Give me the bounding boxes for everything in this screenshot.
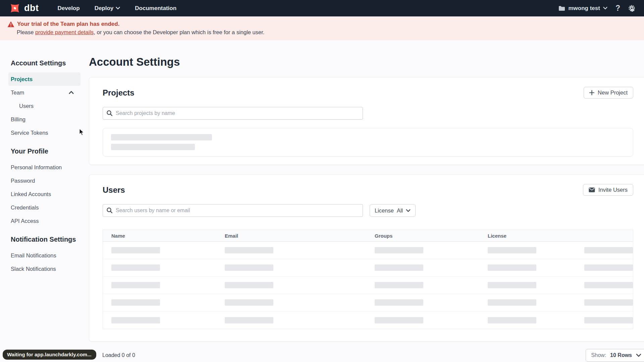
skeleton-bar xyxy=(488,317,536,323)
table-row-skeleton xyxy=(103,277,633,294)
sidebar-item-billing[interactable]: Billing xyxy=(8,113,80,126)
skeleton-bar xyxy=(488,247,536,253)
sidebar-item-team[interactable]: Team xyxy=(8,86,80,99)
sidebar-header-account-settings: Account Settings xyxy=(8,59,80,67)
account-name: mwong test xyxy=(568,5,600,12)
table-row-skeleton xyxy=(103,242,633,259)
envelope-icon xyxy=(589,187,595,192)
skeleton-bar xyxy=(111,134,212,140)
folder-icon xyxy=(558,6,565,11)
table-row-skeleton xyxy=(103,259,633,277)
skeleton-bar xyxy=(584,299,633,306)
skeleton-bar xyxy=(584,282,633,288)
users-table: Name Email Groups License xyxy=(103,230,633,329)
plus-icon xyxy=(589,90,594,95)
skeleton-bar xyxy=(111,317,160,323)
page-title: Account Settings xyxy=(89,56,644,68)
search-icon xyxy=(106,110,113,118)
browser-status-tooltip: Waiting for app.launchdarkly.com... xyxy=(3,350,96,360)
invite-users-button[interactable]: Invite Users xyxy=(583,184,633,196)
projects-section-title: Projects xyxy=(103,88,135,98)
sidebar-header-your-profile: Your Profile xyxy=(8,147,80,155)
main-content: Account Settings Projects New Project xyxy=(89,40,644,361)
skeleton-bar xyxy=(225,317,273,323)
chevron-down-icon xyxy=(636,354,641,357)
sidebar-header-notification-settings: Notification Settings xyxy=(8,236,80,243)
sidebar-item-service-tokens[interactable]: Service Tokens xyxy=(8,126,80,139)
skeleton-bar xyxy=(375,282,423,288)
skeleton-bar xyxy=(375,317,423,323)
chevron-down-icon xyxy=(116,7,120,10)
column-header-groups: Groups xyxy=(366,230,479,241)
table-row-skeleton xyxy=(103,311,633,329)
sidebar-item-linked-accounts[interactable]: Linked Accounts xyxy=(8,187,80,201)
skeleton-bar xyxy=(584,317,633,323)
skeleton-bar xyxy=(111,144,195,150)
nav-develop[interactable]: Develop xyxy=(57,5,79,12)
nav-links: Develop Deploy Documentation xyxy=(57,5,176,12)
new-project-button[interactable]: New Project xyxy=(584,87,633,99)
users-table-header: Name Email Groups License xyxy=(103,230,633,242)
skeleton-bar xyxy=(111,299,160,306)
gear-icon[interactable] xyxy=(628,5,635,12)
loaded-count: Loaded 0 of 0 xyxy=(102,352,135,358)
license-filter-dropdown[interactable]: License All xyxy=(370,204,416,217)
help-icon[interactable]: ? xyxy=(615,4,620,13)
sidebar-item-slack-notifications[interactable]: Slack Notifications xyxy=(8,262,80,276)
skeleton-bar xyxy=(488,264,536,271)
table-row-skeleton xyxy=(103,294,633,311)
sidebar-item-api-access[interactable]: API Access xyxy=(8,214,80,228)
column-header-name: Name xyxy=(103,230,216,241)
settings-sidebar: Account Settings Projects Team Users Bil… xyxy=(0,40,89,361)
sidebar-item-users[interactable]: Users xyxy=(8,99,80,113)
dbt-logo-icon xyxy=(9,2,21,14)
banner-title: Your trial of the Team plan has ended. xyxy=(17,21,119,27)
column-header-email: Email xyxy=(216,230,366,241)
dbt-logo-text: dbt xyxy=(24,3,39,13)
payment-details-link[interactable]: provide payment details xyxy=(35,29,94,35)
chevron-up-icon xyxy=(69,91,74,94)
skeleton-bar xyxy=(375,299,423,306)
skeleton-bar xyxy=(111,282,160,288)
search-icon xyxy=(106,207,113,215)
skeleton-bar xyxy=(225,282,273,288)
banner-body: Please provide payment details, or you c… xyxy=(17,29,644,36)
sidebar-item-password[interactable]: Password xyxy=(8,174,80,187)
warning-icon xyxy=(7,21,14,27)
skeleton-bar xyxy=(584,247,633,253)
rows-per-page-dropdown[interactable]: Show: 10 Rows xyxy=(586,349,644,362)
skeleton-bar xyxy=(225,264,273,271)
account-switcher[interactable]: mwong test xyxy=(558,5,607,12)
skeleton-bar xyxy=(584,264,633,271)
sidebar-item-personal-information[interactable]: Personal Information xyxy=(8,161,80,174)
project-loading-placeholder xyxy=(103,128,633,157)
skeleton-bar xyxy=(488,299,536,306)
projects-card: Projects New Project xyxy=(89,77,644,165)
users-search-input[interactable] xyxy=(103,204,363,217)
skeleton-bar xyxy=(111,264,160,271)
chevron-down-icon xyxy=(406,209,411,212)
skeleton-bar xyxy=(225,247,273,253)
chevron-down-icon xyxy=(603,7,607,10)
nav-documentation[interactable]: Documentation xyxy=(135,5,176,12)
skeleton-bar xyxy=(488,282,536,288)
top-nav: dbt Develop Deploy Documentation mwong t… xyxy=(0,0,644,16)
skeleton-bar xyxy=(375,247,423,253)
mouse-cursor xyxy=(79,128,85,137)
trial-ended-banner: Your trial of the Team plan has ended. P… xyxy=(0,16,644,40)
users-card: Users Invite Users License All xyxy=(89,174,644,342)
skeleton-bar xyxy=(225,299,273,306)
users-list-footer: Loaded 0 of 0 Show: 10 Rows xyxy=(89,349,644,362)
sidebar-item-credentials[interactable]: Credentials xyxy=(8,201,80,214)
users-section-title: Users xyxy=(103,185,125,195)
dbt-logo[interactable]: dbt xyxy=(9,2,39,14)
skeleton-bar xyxy=(111,247,160,253)
nav-deploy[interactable]: Deploy xyxy=(95,5,120,12)
projects-search-input[interactable] xyxy=(103,107,363,120)
nav-right: mwong test ? xyxy=(558,4,635,13)
sidebar-item-email-notifications[interactable]: Email Notifications xyxy=(8,249,80,262)
skeleton-bar xyxy=(375,264,423,271)
column-header-license: License xyxy=(479,230,576,241)
sidebar-item-projects[interactable]: Projects xyxy=(8,72,80,86)
